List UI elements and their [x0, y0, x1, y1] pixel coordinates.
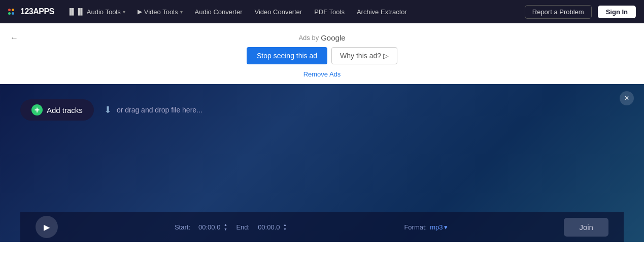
logo-text: 123APPS	[20, 7, 54, 16]
back-arrow-icon[interactable]: ←	[10, 33, 18, 43]
format-chevron-icon: ▾	[444, 223, 448, 231]
nav-audio-converter[interactable]: Audio Converter	[190, 5, 248, 19]
join-button[interactable]: Join	[564, 218, 608, 237]
nav-archive-extractor[interactable]: Archive Extractor	[352, 5, 412, 19]
audio-icon: ▐▌▐▌	[67, 8, 85, 15]
ads-by-google: Ads by Google	[298, 33, 345, 42]
close-button[interactable]: ×	[620, 91, 634, 105]
bottom-controls: ▶ Start: 00:00.0 ▲ ▼ End: 00:00.0 ▲ ▼ Fo…	[20, 212, 624, 242]
navbar: 123APPS ▐▌▐▌ Audio Tools ▾ ▶ Video Tools…	[0, 0, 644, 23]
ad-section: ← Ads by Google Stop seeing this ad Why …	[0, 23, 644, 84]
end-label: End:	[236, 223, 250, 231]
chevron-down-icon-2: ▾	[180, 9, 183, 15]
play-icon: ▷	[383, 52, 389, 60]
remove-ads-link[interactable]: Remove Ads	[303, 70, 341, 78]
format-control: Format: mp3 ▾	[404, 223, 447, 231]
start-down-arrow[interactable]: ▼	[223, 227, 228, 232]
video-icon: ▶	[138, 8, 142, 15]
drag-drop-area[interactable]: ⬇ or drag and drop file here...	[104, 104, 202, 115]
end-down-arrow[interactable]: ▼	[283, 227, 288, 232]
logo-icon	[8, 9, 17, 15]
format-selector[interactable]: mp3 ▾	[430, 223, 447, 231]
start-up-arrow[interactable]: ▲	[223, 223, 228, 227]
report-problem-button[interactable]: Report a Problem	[525, 5, 592, 19]
upload-row: + Add tracks ⬇ or drag and drop file her…	[20, 99, 624, 121]
why-ad-button[interactable]: Why this ad? ▷	[331, 47, 397, 64]
download-icon: ⬇	[104, 104, 112, 115]
nav-video-converter[interactable]: Video Converter	[249, 5, 307, 19]
signin-button[interactable]: Sign In	[598, 6, 636, 18]
start-spinner[interactable]: ▲ ▼	[223, 223, 228, 232]
time-controls: Start: 00:00.0 ▲ ▼ End: 00:00.0 ▲ ▼	[175, 223, 288, 232]
end-spinner[interactable]: ▲ ▼	[283, 223, 288, 232]
format-label: Format:	[404, 223, 427, 231]
end-up-arrow[interactable]: ▲	[283, 223, 288, 227]
logo[interactable]: 123APPS	[8, 7, 54, 16]
app-area: × + Add tracks ⬇ or drag and drop file h…	[0, 84, 644, 242]
nav-audio-tools[interactable]: ▐▌▐▌ Audio Tools ▾	[62, 5, 130, 19]
nav-pdf-tools[interactable]: PDF Tools	[309, 5, 350, 19]
ad-buttons: Stop seeing this ad Why this ad? ▷	[247, 47, 397, 64]
start-time[interactable]: 00:00.0 ▲ ▼	[198, 223, 228, 232]
nav-video-tools[interactable]: ▶ Video Tools ▾	[132, 5, 188, 19]
track-area	[20, 131, 624, 212]
play-button[interactable]: ▶	[36, 216, 58, 238]
chevron-down-icon: ▾	[123, 9, 125, 15]
add-tracks-button[interactable]: + Add tracks	[20, 99, 94, 121]
end-time[interactable]: 00:00.0 ▲ ▼	[258, 223, 287, 232]
google-label: Google	[321, 33, 345, 42]
start-label: Start:	[175, 223, 190, 231]
stop-seeing-ad-button[interactable]: Stop seeing this ad	[247, 47, 327, 64]
plus-icon: +	[31, 104, 43, 115]
